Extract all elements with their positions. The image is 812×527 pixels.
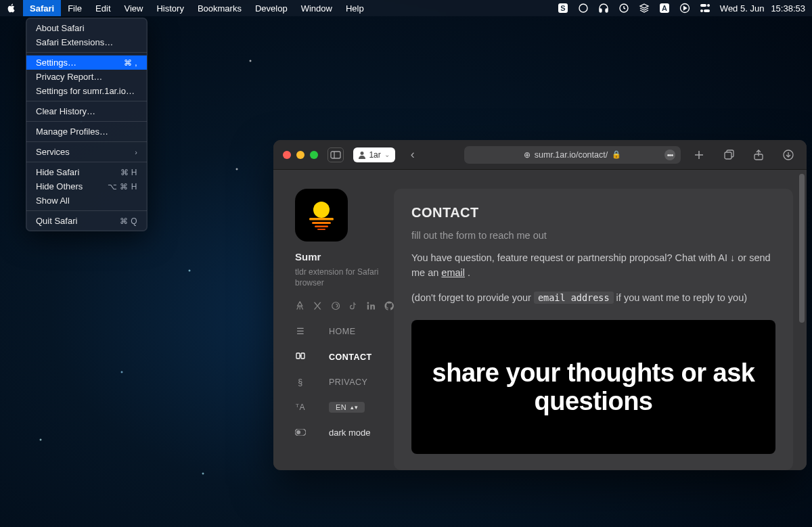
window-zoom-button[interactable] bbox=[310, 151, 318, 159]
menu-history[interactable]: History bbox=[150, 0, 190, 16]
svg-rect-11 bbox=[704, 9, 710, 12]
menubar: Safari File Edit View History Bookmarks … bbox=[0, 0, 812, 16]
home-icon: ☰ bbox=[295, 326, 306, 336]
dd-settings-label: Settings… bbox=[36, 58, 76, 68]
linkedin-icon[interactable] bbox=[366, 300, 376, 311]
x-icon[interactable] bbox=[313, 300, 322, 311]
site-settings-icon: ⊕ bbox=[524, 150, 531, 160]
svg-point-21 bbox=[313, 202, 330, 218]
menu-file[interactable]: File bbox=[61, 0, 89, 16]
svg-rect-18 bbox=[725, 152, 731, 159]
svg-rect-4 bbox=[606, 9, 608, 12]
status-icon-stack[interactable] bbox=[639, 3, 650, 14]
dark-mode-label: dark mode bbox=[329, 428, 370, 438]
svg-point-26 bbox=[332, 302, 339, 310]
tab-overview-button[interactable] bbox=[720, 147, 738, 162]
menubar-date[interactable]: Wed 5. Jun bbox=[720, 3, 765, 14]
email-link[interactable]: email bbox=[441, 267, 465, 278]
svg-rect-30 bbox=[301, 353, 304, 359]
select-arrows-icon: ▴▾ bbox=[351, 404, 358, 411]
translate-icon: ᵀA bbox=[295, 403, 306, 412]
status-icon-timemachine[interactable] bbox=[618, 3, 629, 14]
window-minimize-button[interactable] bbox=[296, 151, 304, 159]
safari-menu-dropdown: About Safari Safari Extensions… Settings… bbox=[26, 18, 148, 231]
dd-show-all[interactable]: Show All bbox=[26, 193, 147, 208]
control-center-icon[interactable] bbox=[700, 3, 710, 14]
svg-rect-13 bbox=[331, 152, 340, 158]
dd-hide-safari[interactable]: Hide Safari ⌘ H bbox=[26, 165, 147, 179]
svg-rect-3 bbox=[600, 9, 602, 12]
apple-icon[interactable] bbox=[7, 3, 16, 13]
page-subtitle: fill out the form to reach me out bbox=[411, 230, 775, 241]
app-logo bbox=[295, 189, 348, 242]
svg-text:S: S bbox=[560, 4, 565, 12]
page-actions-button[interactable]: ••• bbox=[664, 150, 675, 160]
page-sidebar: Sumr tldr extension for Safari browser ☰… bbox=[273, 170, 394, 470]
svg-rect-9 bbox=[700, 4, 706, 7]
nav-dark-mode[interactable]: dark mode bbox=[295, 428, 394, 438]
svg-point-28 bbox=[367, 302, 369, 304]
dd-settings-for-site[interactable]: Settings for sumr.1ar.io… bbox=[26, 84, 147, 98]
downloads-button[interactable] bbox=[780, 147, 797, 162]
app-name: Sumr bbox=[295, 251, 394, 262]
menubar-time[interactable]: 15:38:53 bbox=[771, 3, 805, 14]
nav-language[interactable]: ᵀA EN ▴▾ bbox=[295, 402, 394, 413]
svg-point-33 bbox=[296, 430, 300, 434]
page-content: Sumr tldr extension for Safari browser ☰… bbox=[273, 170, 807, 470]
dd-services[interactable]: Services › bbox=[26, 145, 147, 159]
status-icon-headphones[interactable] bbox=[598, 3, 609, 14]
dd-settings-shortcut: ⌘ , bbox=[124, 58, 137, 68]
status-icon-keyboard[interactable]: A bbox=[659, 3, 670, 14]
dd-quit-safari[interactable]: Quit Safari ⌘ Q bbox=[26, 214, 147, 228]
menu-develop[interactable]: Develop bbox=[248, 0, 294, 16]
share-button[interactable] bbox=[750, 147, 767, 162]
url-bar[interactable]: ⊕ sumr.1ar.io/contact/ 🔒 ••• bbox=[464, 146, 681, 164]
svg-rect-29 bbox=[296, 353, 300, 359]
tiktok-icon[interactable] bbox=[348, 300, 358, 311]
svg-rect-24 bbox=[315, 226, 328, 228]
dd-quit-label: Quit Safari bbox=[36, 216, 77, 226]
menu-safari[interactable]: Safari bbox=[23, 0, 61, 16]
svg-point-12 bbox=[700, 9, 703, 12]
github-icon[interactable] bbox=[384, 300, 394, 311]
scrollbar[interactable] bbox=[799, 174, 805, 323]
new-tab-button[interactable] bbox=[690, 147, 708, 162]
nav-contact-label: CONTACT bbox=[329, 352, 372, 362]
nav-home[interactable]: ☰ HOME bbox=[295, 326, 394, 336]
chat-placeholder: share your thoughts or ask questions bbox=[425, 359, 762, 416]
svg-rect-23 bbox=[312, 222, 331, 224]
dd-privacy-report[interactable]: Privacy Report… bbox=[26, 70, 147, 84]
threads-icon[interactable] bbox=[331, 300, 340, 311]
chat-input-box[interactable]: share your thoughts or ask questions bbox=[411, 320, 775, 454]
status-icon-s[interactable]: S bbox=[558, 3, 568, 14]
profile-tab[interactable]: 1ar ⌄ bbox=[353, 147, 394, 162]
dd-hide-others-shortcut: ⌥ ⌘ H bbox=[108, 182, 137, 191]
page-title: CONTACT bbox=[411, 205, 775, 221]
dd-safari-extensions[interactable]: Safari Extensions… bbox=[26, 35, 147, 49]
menu-edit[interactable]: Edit bbox=[89, 0, 117, 16]
privacy-icon: § bbox=[295, 377, 306, 387]
svg-text:A: A bbox=[662, 4, 667, 12]
back-button[interactable]: ‹ bbox=[405, 147, 421, 162]
dd-services-label: Services bbox=[36, 147, 70, 157]
profile-tab-label: 1ar bbox=[369, 150, 380, 160]
dd-hide-others[interactable]: Hide Others ⌥ ⌘ H bbox=[26, 179, 147, 193]
nav-privacy[interactable]: § PRIVACY bbox=[295, 377, 394, 387]
nav-contact[interactable]: CONTACT bbox=[295, 351, 394, 363]
page-paragraph-2: (don't forget to provide your email addr… bbox=[411, 290, 775, 305]
window-close-button[interactable] bbox=[283, 151, 291, 159]
dd-manage-profiles[interactable]: Manage Profiles… bbox=[26, 124, 147, 139]
dd-clear-history[interactable]: Clear History… bbox=[26, 104, 147, 118]
menu-bookmarks[interactable]: Bookmarks bbox=[191, 0, 248, 16]
menu-view[interactable]: View bbox=[118, 0, 150, 16]
menu-help[interactable]: Help bbox=[339, 0, 371, 16]
sidebar-toggle-button[interactable] bbox=[328, 147, 344, 162]
status-icon-moon[interactable] bbox=[578, 3, 589, 14]
social-icon-1[interactable] bbox=[295, 300, 304, 311]
lock-icon: 🔒 bbox=[612, 150, 621, 159]
menu-window[interactable]: Window bbox=[294, 0, 339, 16]
dd-about-safari[interactable]: About Safari bbox=[26, 21, 147, 35]
status-icon-play[interactable] bbox=[679, 3, 690, 14]
dd-settings[interactable]: Settings… ⌘ , bbox=[26, 55, 147, 70]
language-select[interactable]: EN ▴▾ bbox=[329, 402, 365, 413]
